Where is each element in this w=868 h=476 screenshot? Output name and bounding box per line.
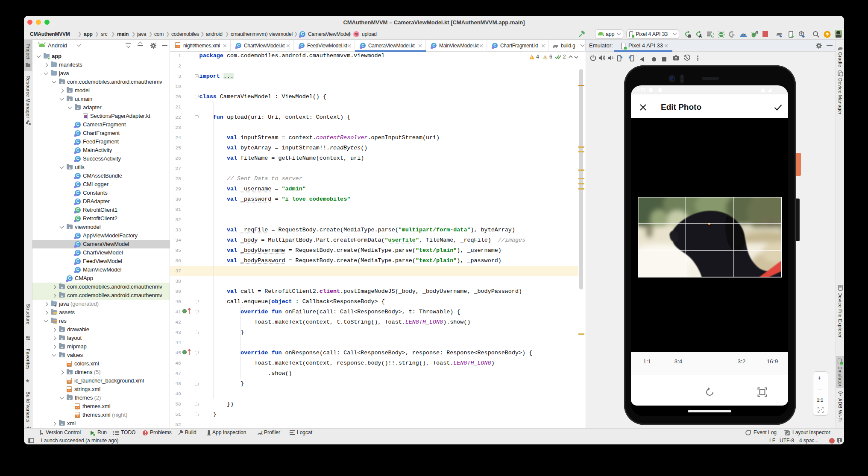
svg-text:A: A: [699, 34, 702, 38]
